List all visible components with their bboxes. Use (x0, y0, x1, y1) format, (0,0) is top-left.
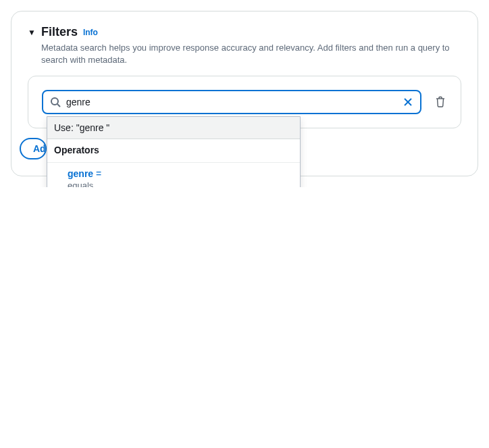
operator-field-name: genre (68, 168, 93, 179)
operators-section-title: Operators (47, 139, 300, 163)
filter-search-field[interactable] (42, 90, 421, 114)
collapse-caret-icon[interactable]: ▼ (28, 28, 36, 36)
svg-point-0 (51, 98, 58, 105)
filters-title: Filters (41, 25, 78, 39)
add-filter-button[interactable]: Add new filter (20, 138, 47, 159)
filters-header: ▼ Filters Info (28, 25, 461, 39)
operator-label: genre = (68, 168, 293, 179)
filters-panel: ▼ Filters Info Metadata search helps you… (11, 11, 478, 176)
operator-symbol: = (93, 168, 101, 179)
operator-option[interactable]: genre =equals (47, 163, 300, 187)
operator-description: equals (68, 180, 293, 187)
use-hint[interactable]: Use: "genre " (47, 117, 300, 139)
delete-icon[interactable] (435, 96, 447, 108)
svg-line-1 (57, 104, 60, 107)
info-link[interactable]: Info (83, 28, 98, 37)
search-icon (50, 97, 61, 107)
filters-description: Metadata search helps you improve respon… (41, 42, 461, 66)
search-input[interactable] (66, 97, 397, 107)
clear-icon[interactable] (403, 97, 413, 107)
operator-dropdown: Use: "genre " Operators genre =equalsgen… (47, 116, 301, 187)
